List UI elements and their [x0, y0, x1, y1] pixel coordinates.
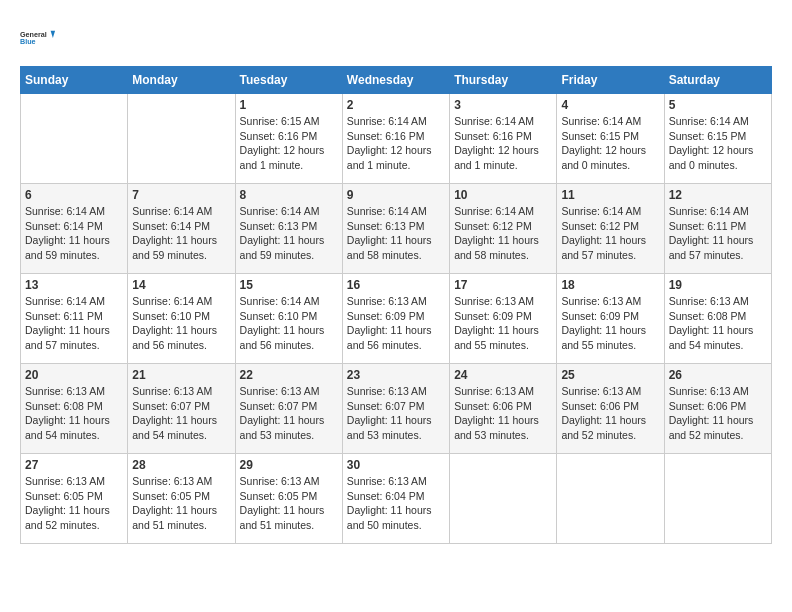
day-number: 17 — [454, 278, 552, 292]
day-info: Sunrise: 6:14 AMSunset: 6:13 PMDaylight:… — [240, 204, 338, 263]
calendar-cell: 7Sunrise: 6:14 AMSunset: 6:14 PMDaylight… — [128, 184, 235, 274]
svg-text:Blue: Blue — [20, 37, 36, 46]
day-info: Sunrise: 6:13 AMSunset: 6:05 PMDaylight:… — [25, 474, 123, 533]
day-info: Sunrise: 6:14 AMSunset: 6:11 PMDaylight:… — [669, 204, 767, 263]
day-info: Sunrise: 6:13 AMSunset: 6:07 PMDaylight:… — [132, 384, 230, 443]
day-number: 30 — [347, 458, 445, 472]
calendar-cell: 11Sunrise: 6:14 AMSunset: 6:12 PMDayligh… — [557, 184, 664, 274]
calendar-cell: 22Sunrise: 6:13 AMSunset: 6:07 PMDayligh… — [235, 364, 342, 454]
day-info: Sunrise: 6:13 AMSunset: 6:09 PMDaylight:… — [347, 294, 445, 353]
calendar-cell: 30Sunrise: 6:13 AMSunset: 6:04 PMDayligh… — [342, 454, 449, 544]
weekday-header-tuesday: Tuesday — [235, 67, 342, 94]
day-info: Sunrise: 6:15 AMSunset: 6:16 PMDaylight:… — [240, 114, 338, 173]
week-row-2: 13Sunrise: 6:14 AMSunset: 6:11 PMDayligh… — [21, 274, 772, 364]
calendar-cell: 4Sunrise: 6:14 AMSunset: 6:15 PMDaylight… — [557, 94, 664, 184]
day-number: 23 — [347, 368, 445, 382]
day-number: 28 — [132, 458, 230, 472]
day-number: 18 — [561, 278, 659, 292]
calendar-cell: 18Sunrise: 6:13 AMSunset: 6:09 PMDayligh… — [557, 274, 664, 364]
calendar-cell: 16Sunrise: 6:13 AMSunset: 6:09 PMDayligh… — [342, 274, 449, 364]
day-info: Sunrise: 6:13 AMSunset: 6:08 PMDaylight:… — [669, 294, 767, 353]
calendar-cell: 8Sunrise: 6:14 AMSunset: 6:13 PMDaylight… — [235, 184, 342, 274]
header-row: SundayMondayTuesdayWednesdayThursdayFrid… — [21, 67, 772, 94]
day-info: Sunrise: 6:14 AMSunset: 6:10 PMDaylight:… — [132, 294, 230, 353]
calendar-cell: 26Sunrise: 6:13 AMSunset: 6:06 PMDayligh… — [664, 364, 771, 454]
day-number: 1 — [240, 98, 338, 112]
day-number: 27 — [25, 458, 123, 472]
weekday-header-saturday: Saturday — [664, 67, 771, 94]
calendar-cell: 2Sunrise: 6:14 AMSunset: 6:16 PMDaylight… — [342, 94, 449, 184]
day-info: Sunrise: 6:14 AMSunset: 6:14 PMDaylight:… — [25, 204, 123, 263]
calendar-cell: 12Sunrise: 6:14 AMSunset: 6:11 PMDayligh… — [664, 184, 771, 274]
calendar-cell: 19Sunrise: 6:13 AMSunset: 6:08 PMDayligh… — [664, 274, 771, 364]
calendar-cell: 3Sunrise: 6:14 AMSunset: 6:16 PMDaylight… — [450, 94, 557, 184]
day-info: Sunrise: 6:13 AMSunset: 6:08 PMDaylight:… — [25, 384, 123, 443]
day-number: 4 — [561, 98, 659, 112]
calendar-table: SundayMondayTuesdayWednesdayThursdayFrid… — [20, 66, 772, 544]
day-info: Sunrise: 6:13 AMSunset: 6:05 PMDaylight:… — [132, 474, 230, 533]
weekday-header-wednesday: Wednesday — [342, 67, 449, 94]
svg-marker-2 — [51, 31, 56, 38]
day-info: Sunrise: 6:13 AMSunset: 6:04 PMDaylight:… — [347, 474, 445, 533]
day-number: 6 — [25, 188, 123, 202]
day-info: Sunrise: 6:14 AMSunset: 6:14 PMDaylight:… — [132, 204, 230, 263]
day-number: 16 — [347, 278, 445, 292]
day-number: 13 — [25, 278, 123, 292]
logo-icon: GeneralBlue — [20, 20, 56, 56]
day-info: Sunrise: 6:13 AMSunset: 6:06 PMDaylight:… — [454, 384, 552, 443]
calendar-cell: 6Sunrise: 6:14 AMSunset: 6:14 PMDaylight… — [21, 184, 128, 274]
day-number: 8 — [240, 188, 338, 202]
calendar-cell — [557, 454, 664, 544]
day-info: Sunrise: 6:14 AMSunset: 6:11 PMDaylight:… — [25, 294, 123, 353]
day-info: Sunrise: 6:14 AMSunset: 6:16 PMDaylight:… — [454, 114, 552, 173]
day-number: 22 — [240, 368, 338, 382]
day-number: 12 — [669, 188, 767, 202]
week-row-3: 20Sunrise: 6:13 AMSunset: 6:08 PMDayligh… — [21, 364, 772, 454]
day-number: 9 — [347, 188, 445, 202]
calendar-cell: 10Sunrise: 6:14 AMSunset: 6:12 PMDayligh… — [450, 184, 557, 274]
calendar-cell: 20Sunrise: 6:13 AMSunset: 6:08 PMDayligh… — [21, 364, 128, 454]
logo: GeneralBlue — [20, 20, 56, 56]
weekday-header-friday: Friday — [557, 67, 664, 94]
weekday-header-monday: Monday — [128, 67, 235, 94]
weekday-header-sunday: Sunday — [21, 67, 128, 94]
calendar-cell — [21, 94, 128, 184]
calendar-cell: 24Sunrise: 6:13 AMSunset: 6:06 PMDayligh… — [450, 364, 557, 454]
day-number: 10 — [454, 188, 552, 202]
day-number: 5 — [669, 98, 767, 112]
week-row-0: 1Sunrise: 6:15 AMSunset: 6:16 PMDaylight… — [21, 94, 772, 184]
calendar-cell: 15Sunrise: 6:14 AMSunset: 6:10 PMDayligh… — [235, 274, 342, 364]
calendar-cell — [664, 454, 771, 544]
day-number: 14 — [132, 278, 230, 292]
day-info: Sunrise: 6:13 AMSunset: 6:07 PMDaylight:… — [347, 384, 445, 443]
week-row-1: 6Sunrise: 6:14 AMSunset: 6:14 PMDaylight… — [21, 184, 772, 274]
day-number: 7 — [132, 188, 230, 202]
day-number: 24 — [454, 368, 552, 382]
day-info: Sunrise: 6:13 AMSunset: 6:09 PMDaylight:… — [561, 294, 659, 353]
day-info: Sunrise: 6:13 AMSunset: 6:05 PMDaylight:… — [240, 474, 338, 533]
day-info: Sunrise: 6:14 AMSunset: 6:12 PMDaylight:… — [561, 204, 659, 263]
day-number: 29 — [240, 458, 338, 472]
day-number: 11 — [561, 188, 659, 202]
day-number: 15 — [240, 278, 338, 292]
day-number: 3 — [454, 98, 552, 112]
calendar-cell — [450, 454, 557, 544]
weekday-header-thursday: Thursday — [450, 67, 557, 94]
day-info: Sunrise: 6:14 AMSunset: 6:16 PMDaylight:… — [347, 114, 445, 173]
day-info: Sunrise: 6:14 AMSunset: 6:15 PMDaylight:… — [561, 114, 659, 173]
calendar-cell: 29Sunrise: 6:13 AMSunset: 6:05 PMDayligh… — [235, 454, 342, 544]
calendar-cell: 28Sunrise: 6:13 AMSunset: 6:05 PMDayligh… — [128, 454, 235, 544]
calendar-cell: 13Sunrise: 6:14 AMSunset: 6:11 PMDayligh… — [21, 274, 128, 364]
day-info: Sunrise: 6:13 AMSunset: 6:06 PMDaylight:… — [561, 384, 659, 443]
day-info: Sunrise: 6:14 AMSunset: 6:13 PMDaylight:… — [347, 204, 445, 263]
calendar-cell: 27Sunrise: 6:13 AMSunset: 6:05 PMDayligh… — [21, 454, 128, 544]
calendar-cell: 25Sunrise: 6:13 AMSunset: 6:06 PMDayligh… — [557, 364, 664, 454]
header: GeneralBlue — [20, 20, 772, 56]
calendar-cell: 14Sunrise: 6:14 AMSunset: 6:10 PMDayligh… — [128, 274, 235, 364]
day-number: 25 — [561, 368, 659, 382]
calendar-cell: 9Sunrise: 6:14 AMSunset: 6:13 PMDaylight… — [342, 184, 449, 274]
calendar-cell: 21Sunrise: 6:13 AMSunset: 6:07 PMDayligh… — [128, 364, 235, 454]
day-number: 20 — [25, 368, 123, 382]
week-row-4: 27Sunrise: 6:13 AMSunset: 6:05 PMDayligh… — [21, 454, 772, 544]
day-info: Sunrise: 6:14 AMSunset: 6:10 PMDaylight:… — [240, 294, 338, 353]
